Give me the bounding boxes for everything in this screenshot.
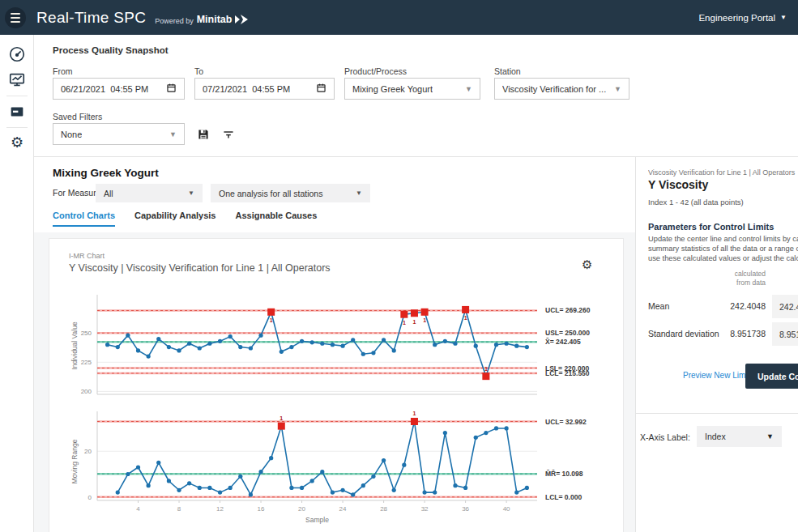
product-box-icon[interactable]: [7, 102, 27, 121]
analysis-mode-value: One analysis for all stations: [219, 189, 322, 198]
measure-dropdown[interactable]: All ▼: [96, 184, 203, 202]
svg-text:8: 8: [177, 505, 181, 513]
svg-text:1: 1: [423, 317, 426, 323]
svg-text:UCL= 269.260: UCL= 269.260: [545, 306, 591, 314]
x-axis-label-value: Index: [705, 432, 726, 441]
svg-text:225: 225: [81, 359, 92, 366]
update-control-limits-button[interactable]: Update Control Limits: [745, 364, 798, 389]
tab-assignable-causes[interactable]: Assignable Causes: [235, 211, 317, 227]
section-title: Process Quality Snapshot: [53, 45, 169, 55]
svg-text:X̄= 242.405: X̄= 242.405: [545, 338, 581, 346]
svg-text:Sample: Sample: [305, 516, 329, 524]
tab-control-charts[interactable]: Control Charts: [53, 211, 115, 227]
svg-text:UCL= 32.992: UCL= 32.992: [545, 418, 587, 426]
to-date-input[interactable]: 07/21/2021 04:55 PM: [194, 78, 335, 100]
x-axis-label-caption: X-Axis Label:: [640, 432, 690, 442]
svg-text:200: 200: [81, 388, 92, 395]
control-limits-panel: Viscosity Verification for Line 1 | All …: [636, 157, 798, 532]
calculated-column-header: calculated from data: [713, 270, 766, 287]
svg-text:0: 0: [88, 494, 92, 501]
mean-input[interactable]: 242.4048: [772, 295, 798, 318]
station-label: Station: [494, 66, 521, 76]
product-process-label: Product/Process: [344, 66, 407, 76]
svg-text:32: 32: [421, 505, 429, 513]
svg-text:20: 20: [84, 448, 92, 455]
x-axis-label-dropdown[interactable]: Index ▼: [697, 426, 782, 447]
mean-calculated-value: 242.4048: [713, 301, 766, 311]
filter-icon[interactable]: [222, 129, 237, 143]
svg-text:1: 1: [484, 366, 488, 372]
from-date-value: 06/21/2021 04:55 PM: [61, 84, 148, 94]
real-time-spc-app: Real-Time SPC Powered by Minitab Enginee…: [0, 0, 798, 532]
station-value: Viscosity Verification for ...: [502, 84, 606, 94]
sidebar-divider: [6, 127, 28, 128]
svg-text:12: 12: [216, 505, 224, 513]
stddev-input[interactable]: 8.951738: [772, 322, 798, 346]
chevron-down-icon: ▼: [169, 130, 177, 138]
analysis-mode-dropdown[interactable]: One analysis for all stations ▼: [211, 184, 370, 202]
chevron-down-icon: ▼: [188, 189, 194, 197]
chart-settings-gear-icon[interactable]: ⚙: [582, 257, 592, 272]
individuals-chart-plot: 200225250UCL= 269.260USL= 250.000X̄= 242…: [63, 292, 622, 405]
chart-type-label: I-MR Chart: [69, 252, 105, 260]
saved-filters-dropdown[interactable]: None ▼: [53, 123, 185, 145]
saved-filters-value: None: [61, 130, 82, 139]
index-range-label: Index 1 - 42 (all data points): [648, 198, 744, 206]
stddev-calculated-value: 8.951738: [713, 329, 766, 338]
moving-range-chart-plot: 020481216202428323640SampleUCL= 32.992M̄…: [63, 403, 622, 530]
powered-by-label: Powered by: [155, 17, 194, 25]
product-process-value: Mixing Greek Yogurt: [352, 84, 433, 94]
preview-new-limits-link[interactable]: Preview New Limits: [683, 371, 753, 380]
station-dropdown[interactable]: Viscosity Verification for ... ▼: [494, 78, 629, 100]
svg-text:4: 4: [136, 505, 140, 513]
svg-text:1: 1: [280, 415, 283, 421]
svg-text:36: 36: [462, 505, 469, 513]
svg-text:LCL= 215.550: LCL= 215.550: [545, 369, 590, 377]
from-label: From: [53, 66, 73, 76]
top-navbar: Real-Time SPC Powered by Minitab Enginee…: [0, 0, 798, 35]
save-filter-icon[interactable]: [197, 128, 211, 143]
calendar-icon: [166, 83, 177, 95]
to-label: To: [194, 66, 203, 76]
chart-title: Y Viscosity | Viscosity Verification for…: [69, 262, 331, 274]
portal-menu-label: Engineering Portal: [698, 13, 775, 23]
chevron-down-icon: ▼: [780, 14, 787, 21]
left-sidebar: ⚙: [0, 35, 34, 532]
svg-text:20: 20: [298, 505, 305, 513]
svg-text:USL= 250.000: USL= 250.000: [545, 329, 590, 337]
analysis-tabs: Control Charts Capability Analysis Assig…: [53, 211, 317, 227]
from-date-input[interactable]: 06/21/2021 04:55 PM: [53, 78, 185, 100]
svg-text:250: 250: [81, 330, 92, 337]
panel-section-divider: [636, 413, 798, 414]
svg-text:M̄R̄= 10.098: M̄R̄= 10.098: [545, 470, 583, 478]
gauge-icon[interactable]: [7, 45, 27, 64]
parameters-section-title: Parameters for Control Limits: [648, 222, 774, 232]
parameters-description: Update the center line and control limit…: [648, 234, 798, 263]
chevron-down-icon: ▼: [614, 85, 621, 93]
measure-value: All: [104, 189, 113, 198]
panel-subtitle: Viscosity Verification for Line 1 | All …: [648, 168, 798, 177]
app-title: Real-Time SPC: [36, 9, 146, 27]
product-heading: Mixing Greek Yogurt: [53, 167, 159, 179]
svg-text:1: 1: [413, 411, 416, 416]
portal-menu[interactable]: Engineering Portal ▼: [698, 13, 787, 23]
saved-filters-label: Saved Filters: [53, 112, 102, 121]
monitor-chart-icon[interactable]: [7, 70, 27, 90]
panel-title: Y Viscosity: [648, 178, 708, 191]
minitab-logo-icon: [235, 13, 248, 28]
svg-text:1: 1: [413, 319, 416, 325]
svg-text:16: 16: [258, 505, 265, 513]
chevron-down-icon: ▼: [356, 189, 362, 197]
svg-text:28: 28: [380, 505, 387, 513]
minitab-brand: Minitab: [197, 14, 233, 25]
calendar-icon: [316, 83, 326, 95]
hamburger-menu-icon[interactable]: [5, 7, 26, 28]
svg-text:1: 1: [403, 320, 406, 326]
chevron-down-icon: ▼: [465, 85, 472, 93]
sidebar-divider: [6, 96, 28, 96]
svg-text:40: 40: [503, 505, 510, 513]
svg-text:1: 1: [464, 315, 467, 321]
settings-gear-icon[interactable]: ⚙: [7, 133, 27, 152]
tab-capability-analysis[interactable]: Capability Analysis: [134, 211, 216, 227]
product-process-dropdown[interactable]: Mixing Greek Yogurt ▼: [344, 78, 480, 100]
